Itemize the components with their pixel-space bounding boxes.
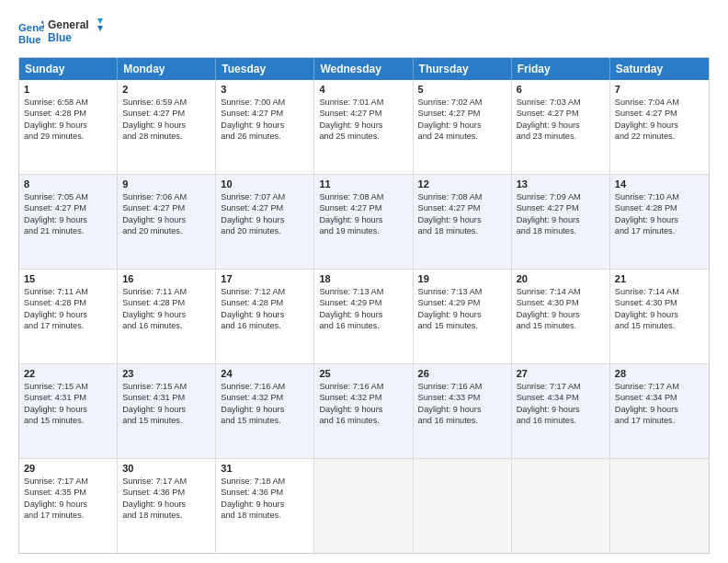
- daylight-line2: and 15 minutes.: [615, 320, 704, 331]
- weekday-header: Saturday: [610, 58, 709, 80]
- day-cell: 11Sunrise: 7:08 AMSunset: 4:27 PMDayligh…: [314, 175, 413, 269]
- sunset-text: Sunset: 4:27 PM: [319, 108, 407, 119]
- daylight-line2: and 16 minutes.: [319, 415, 407, 426]
- header: General Blue General Blue: [18, 17, 710, 50]
- daylight-line2: and 21 minutes.: [24, 225, 112, 236]
- day-cell: 1Sunrise: 6:58 AMSunset: 4:28 PMDaylight…: [19, 80, 118, 174]
- daylight-line2: and 15 minutes.: [122, 415, 210, 426]
- daylight-text: Daylight: 9 hoursand 20 minutes.: [221, 214, 309, 237]
- daylight-text: Daylight: 9 hoursand 15 minutes.: [615, 309, 704, 332]
- sunset-text: Sunset: 4:34 PM: [615, 392, 704, 403]
- sunrise-text: Sunrise: 7:02 AM: [418, 97, 506, 108]
- sunset-text: Sunset: 4:27 PM: [418, 202, 506, 213]
- daylight-line1: Daylight: 9 hours: [319, 404, 407, 415]
- sunrise-text: Sunrise: 6:59 AM: [122, 97, 210, 108]
- day-number: 28: [615, 368, 704, 379]
- day-number: 13: [517, 178, 605, 190]
- day-cell: 10Sunrise: 7:07 AMSunset: 4:27 PMDayligh…: [216, 175, 314, 269]
- daylight-line2: and 17 minutes.: [24, 510, 112, 521]
- sunrise-text: Sunrise: 7:16 AM: [221, 381, 309, 392]
- svg-text:General: General: [18, 22, 44, 33]
- daylight-text: Daylight: 9 hoursand 15 minutes.: [418, 309, 506, 332]
- day-number: 12: [418, 178, 506, 190]
- sunrise-text: Sunrise: 7:06 AM: [122, 191, 210, 202]
- daylight-line2: and 28 minutes.: [122, 131, 210, 142]
- day-number: 19: [418, 273, 506, 284]
- daylight-line2: and 16 minutes.: [319, 320, 407, 331]
- day-number: 10: [221, 178, 309, 190]
- day-cell: 22Sunrise: 7:15 AMSunset: 4:31 PMDayligh…: [19, 364, 118, 458]
- daylight-text: Daylight: 9 hoursand 16 minutes.: [319, 309, 407, 332]
- day-number: 16: [122, 273, 210, 284]
- sunset-text: Sunset: 4:29 PM: [418, 297, 506, 308]
- daylight-text: Daylight: 9 hoursand 19 minutes.: [319, 214, 407, 237]
- daylight-line1: Daylight: 9 hours: [24, 499, 112, 510]
- sunset-text: Sunset: 4:28 PM: [615, 202, 704, 213]
- calendar-row: 15Sunrise: 7:11 AMSunset: 4:28 PMDayligh…: [19, 270, 709, 364]
- daylight-line2: and 17 minutes.: [24, 320, 112, 331]
- weekday-header: Thursday: [414, 58, 512, 80]
- daylight-line1: Daylight: 9 hours: [122, 214, 210, 225]
- daylight-line1: Daylight: 9 hours: [418, 309, 506, 320]
- day-number: 3: [221, 84, 309, 95]
- sunset-text: Sunset: 4:34 PM: [517, 392, 605, 403]
- daylight-line1: Daylight: 9 hours: [221, 404, 309, 415]
- day-number: 17: [221, 273, 309, 284]
- daylight-line1: Daylight: 9 hours: [319, 309, 407, 320]
- day-cell: 16Sunrise: 7:11 AMSunset: 4:28 PMDayligh…: [118, 270, 216, 363]
- sunrise-text: Sunrise: 7:07 AM: [221, 191, 309, 202]
- day-cell: 7Sunrise: 7:04 AMSunset: 4:27 PMDaylight…: [610, 80, 709, 174]
- sunrise-text: Sunrise: 7:15 AM: [24, 381, 112, 392]
- sunset-text: Sunset: 4:31 PM: [24, 392, 112, 403]
- day-number: 31: [221, 463, 309, 474]
- sunrise-text: Sunrise: 7:17 AM: [24, 476, 112, 487]
- daylight-line2: and 18 minutes.: [517, 225, 605, 236]
- weekday-header: Tuesday: [216, 58, 314, 80]
- sunrise-text: Sunrise: 7:13 AM: [418, 286, 506, 297]
- sunrise-text: Sunrise: 7:16 AM: [418, 381, 506, 392]
- day-cell: 15Sunrise: 7:11 AMSunset: 4:28 PMDayligh…: [19, 270, 118, 363]
- logo-svg: General Blue: [48, 17, 103, 46]
- weekday-header: Wednesday: [314, 58, 413, 80]
- daylight-line1: Daylight: 9 hours: [615, 309, 704, 320]
- empty-cell: [512, 459, 610, 553]
- day-number: 22: [24, 368, 112, 379]
- daylight-text: Daylight: 9 hoursand 24 minutes.: [418, 120, 506, 143]
- sunset-text: Sunset: 4:31 PM: [122, 392, 210, 403]
- daylight-line1: Daylight: 9 hours: [615, 404, 704, 415]
- weekday-header: Friday: [512, 58, 610, 80]
- day-cell: 4Sunrise: 7:01 AMSunset: 4:27 PMDaylight…: [314, 80, 413, 174]
- sunset-text: Sunset: 4:27 PM: [221, 202, 309, 213]
- day-cell: 17Sunrise: 7:12 AMSunset: 4:28 PMDayligh…: [216, 270, 314, 363]
- daylight-line1: Daylight: 9 hours: [122, 120, 210, 131]
- sunrise-text: Sunrise: 7:11 AM: [122, 286, 210, 297]
- daylight-text: Daylight: 9 hoursand 16 minutes.: [418, 404, 506, 427]
- daylight-line2: and 15 minutes.: [517, 320, 605, 331]
- sunrise-text: Sunrise: 7:01 AM: [319, 97, 407, 108]
- daylight-line2: and 26 minutes.: [221, 131, 309, 142]
- day-cell: 28Sunrise: 7:17 AMSunset: 4:34 PMDayligh…: [610, 364, 709, 458]
- daylight-text: Daylight: 9 hoursand 21 minutes.: [24, 214, 112, 237]
- day-cell: 27Sunrise: 7:17 AMSunset: 4:34 PMDayligh…: [512, 364, 610, 458]
- daylight-text: Daylight: 9 hoursand 25 minutes.: [319, 120, 407, 143]
- sunset-text: Sunset: 4:29 PM: [319, 297, 407, 308]
- daylight-line1: Daylight: 9 hours: [221, 120, 309, 131]
- day-number: 6: [517, 84, 605, 95]
- svg-marker-6: [97, 18, 103, 24]
- day-number: 2: [122, 84, 210, 95]
- daylight-text: Daylight: 9 hoursand 26 minutes.: [221, 120, 309, 143]
- day-cell: 30Sunrise: 7:17 AMSunset: 4:36 PMDayligh…: [118, 459, 216, 553]
- sunset-text: Sunset: 4:32 PM: [319, 392, 407, 403]
- daylight-text: Daylight: 9 hoursand 28 minutes.: [122, 120, 210, 143]
- day-number: 11: [319, 178, 407, 190]
- day-number: 30: [122, 463, 210, 474]
- svg-text:Blue: Blue: [18, 34, 41, 45]
- day-number: 25: [319, 368, 407, 379]
- daylight-line1: Daylight: 9 hours: [122, 499, 210, 510]
- sunrise-text: Sunrise: 7:17 AM: [122, 476, 210, 487]
- daylight-line2: and 18 minutes.: [221, 510, 309, 521]
- daylight-text: Daylight: 9 hoursand 15 minutes.: [122, 404, 210, 427]
- sunrise-text: Sunrise: 7:13 AM: [319, 286, 407, 297]
- daylight-line2: and 16 minutes.: [221, 320, 309, 331]
- daylight-line1: Daylight: 9 hours: [517, 120, 605, 131]
